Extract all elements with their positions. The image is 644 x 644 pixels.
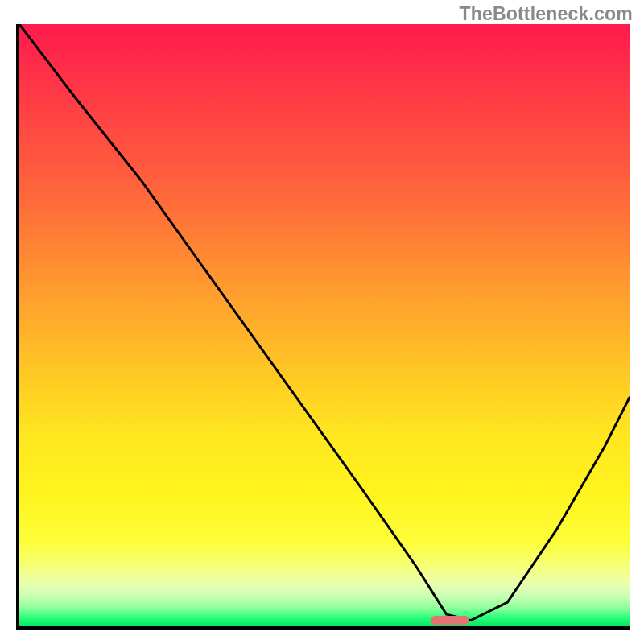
chart-stage: TheBottleneck.com <box>0 0 644 644</box>
curve-path <box>19 24 630 621</box>
plot-area <box>16 24 630 630</box>
bottleneck-curve <box>19 24 630 626</box>
watermark-text: TheBottleneck.com <box>459 3 633 25</box>
optimal-marker <box>431 616 469 625</box>
